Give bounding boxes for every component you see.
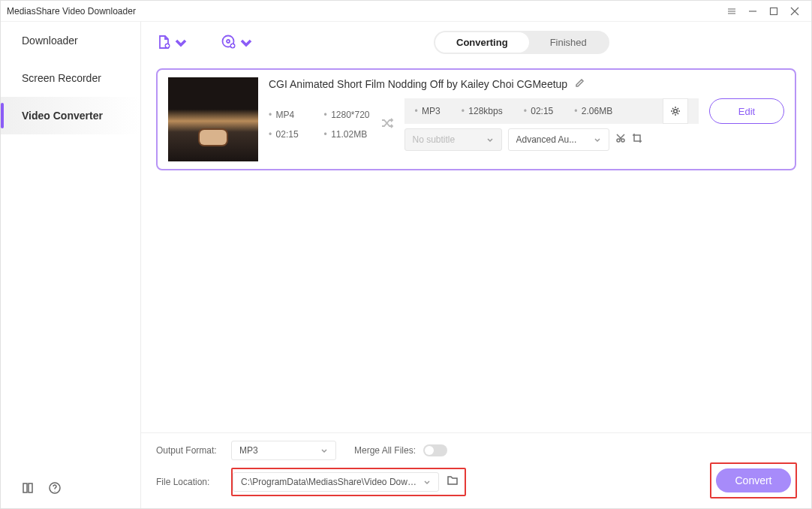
toolbar: Converting Finished: [141, 22, 811, 62]
main-panel: Converting Finished CGI Animated Short F…: [141, 22, 811, 508]
source-duration: 02:15: [269, 129, 299, 140]
source-format: MP4: [269, 110, 299, 120]
edit-button[interactable]: Edit: [709, 98, 784, 124]
app-window: MediasShare Video Downloader Downloader …: [0, 0, 812, 509]
subtitle-value: No subtitle: [413, 134, 480, 145]
svg-point-6: [674, 110, 678, 113]
sidebar-item-downloader[interactable]: Downloader: [1, 22, 140, 59]
source-meta: MP4 1280*720 02:15 11.02MB: [269, 110, 370, 140]
rename-icon[interactable]: [575, 77, 585, 91]
help-icon[interactable]: [49, 482, 61, 497]
add-disc-button[interactable]: [221, 35, 254, 50]
content-area: CGI Animated Short Film Nodding Off by K…: [141, 62, 811, 432]
title-bar: MediasShare Video Downloader: [1, 1, 811, 22]
sidebar-item-label: Downloader: [22, 35, 78, 47]
sidebar-item-video-converter[interactable]: Video Converter: [1, 97, 140, 134]
advanced-audio-select[interactable]: Advanced Au...: [508, 128, 609, 151]
conversion-item: CGI Animated Short Film Nodding Off by K…: [156, 68, 796, 170]
settings-button[interactable]: [663, 98, 688, 124]
tab-finished[interactable]: Finished: [529, 32, 608, 53]
output-format-value: MP3: [239, 445, 314, 456]
output-format-select[interactable]: MP3: [231, 441, 336, 460]
add-file-button[interactable]: [156, 35, 188, 50]
video-thumbnail[interactable]: [168, 77, 258, 161]
file-location-select[interactable]: C:\ProgramData\MediasShare\Video Downloa: [233, 472, 439, 492]
shuffle-icon: [380, 116, 394, 133]
minimize-button[interactable]: [742, 1, 763, 22]
tab-group: Converting Finished: [434, 31, 609, 54]
sidebar-bottom: [1, 471, 140, 508]
target-duration: 02:15: [524, 106, 554, 116]
svg-point-7: [617, 139, 620, 142]
target-bitrate: 128kbps: [462, 106, 503, 116]
source-size: 11.02MB: [324, 129, 370, 140]
crop-icon[interactable]: [632, 133, 642, 146]
sidebar-item-label: Video Converter: [22, 110, 103, 122]
sidebar-item-screen-recorder[interactable]: Screen Recorder: [1, 59, 140, 97]
target-meta: MP3 128kbps 02:15 2.06MB: [404, 98, 699, 124]
bottom-bar: Output Format: MP3 Merge All Files: Conv…: [141, 432, 811, 508]
maximize-button[interactable]: [763, 1, 784, 22]
merge-toggle[interactable]: [423, 444, 447, 456]
source-resolution: 1280*720: [324, 110, 370, 120]
book-icon[interactable]: [22, 482, 34, 497]
svg-rect-0: [771, 8, 777, 14]
video-title: CGI Animated Short Film Nodding Off by K…: [269, 78, 567, 90]
target-size: 2.06MB: [574, 106, 612, 116]
target-format: MP3: [415, 106, 441, 116]
svg-point-8: [621, 139, 624, 142]
cut-icon[interactable]: [615, 133, 626, 146]
svg-point-4: [227, 40, 230, 43]
convert-highlight: Convert: [710, 462, 797, 498]
close-button[interactable]: [784, 1, 805, 22]
hamburger-icon[interactable]: [721, 1, 742, 22]
sidebar-item-label: Screen Recorder: [22, 72, 101, 84]
tab-converting[interactable]: Converting: [435, 32, 529, 53]
file-location-value: C:\ProgramData\MediasShare\Video Downloa: [241, 477, 417, 487]
output-format-label: Output Format:: [156, 445, 231, 456]
advanced-value: Advanced Au...: [516, 134, 588, 145]
file-location-group: C:\ProgramData\MediasShare\Video Downloa: [231, 468, 466, 496]
sidebar: Downloader Screen Recorder Video Convert…: [1, 22, 141, 508]
merge-label: Merge All Files:: [354, 445, 416, 456]
convert-button[interactable]: Convert: [716, 468, 791, 492]
file-location-label: File Location:: [156, 477, 231, 487]
browse-folder-icon[interactable]: [439, 474, 459, 489]
app-title: MediasShare Video Downloader: [7, 6, 136, 17]
subtitle-select[interactable]: No subtitle: [404, 128, 502, 151]
